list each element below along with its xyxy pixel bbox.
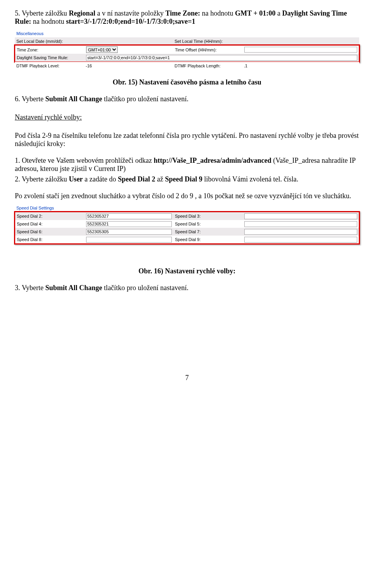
txt: na hodnotu — [200, 9, 235, 17]
sd-header: Speed Dial Settings — [15, 204, 359, 212]
misc-dtmf-level-value: -16 — [84, 62, 173, 70]
misc-timezone-select[interactable]: GMT+01:00 — [86, 46, 118, 53]
sd7-label: Speed Dial 7: — [173, 228, 243, 236]
step5-paragraph: 5. Vyberte záložku Regional a v ní nasta… — [15, 9, 359, 26]
speed-heading: Nastavení rychlé volby: — [15, 113, 359, 121]
sd9-label: Speed Dial 9: — [173, 236, 243, 243]
misc-highlight-box: Time Zone: GMT+01:00 Time Offset (HH/mm)… — [14, 44, 360, 63]
txt-bold: Time Zone: — [166, 9, 200, 17]
figure15-caption: Obr. 15) Nastavení časového pásma a letn… — [15, 78, 359, 86]
after-paragraph: Po zvolení stačí jen zvednout sluchátko … — [15, 192, 359, 200]
speed-step1: 1. Otevřete ve Vašem webovém prohlížeči … — [15, 157, 359, 173]
txt-bold: Speed Dial 9 — [165, 175, 203, 183]
txt: 1. Otevřete ve Vašem webovém prohlížeči … — [15, 157, 154, 164]
sd4-label: Speed Dial 4: — [15, 220, 85, 228]
txt: až — [155, 175, 165, 183]
sd5-input[interactable] — [244, 221, 357, 227]
sd2-input[interactable] — [86, 213, 172, 219]
screenshot-misc: Miscellaneous Set Local Date (mm/dd): Se… — [15, 30, 359, 70]
txt: 3. Vyberte — [15, 284, 45, 292]
txt: 5. Vyberte záložku — [15, 9, 69, 17]
screenshot-speeddial: Speed Dial Settings Speed Dial 2: Speed … — [15, 204, 359, 244]
sd3-label: Speed Dial 3: — [173, 212, 243, 220]
txt: na hodnotu — [31, 18, 66, 25]
figure16-caption: Obr. 16) Nastavení rychlé volby: — [15, 267, 359, 275]
misc-dtmf-length-label: DTMF Playback Length: — [173, 62, 242, 70]
txt: a zadáte do — [83, 175, 118, 183]
txt: libovolná Vámi zvolená tel. čísla. — [203, 175, 298, 183]
sd5-label: Speed Dial 5: — [173, 220, 243, 228]
txt-bold: User — [69, 175, 83, 183]
misc-set-time-label: Set Local Time (HH/mm): — [173, 37, 242, 45]
step6-paragraph: 6. Vyberte Submit All Change tlačítko pr… — [15, 95, 359, 103]
sd9-input[interactable] — [244, 237, 357, 243]
misc-dst-label: Daylight Saving Time Rule: — [15, 54, 85, 62]
page-number: 7 — [15, 374, 359, 382]
misc-timezone-label: Time Zone: — [15, 46, 85, 54]
txt: tlačítko pro uložení nastavení. — [102, 95, 188, 103]
txt-bold: http://Vaše_IP_adresa/admin/advanced — [154, 157, 272, 164]
speed-intro: Pod čísla 2-9 na číselníku telefonu lze … — [15, 132, 359, 148]
txt: 6. Vyberte — [15, 95, 45, 103]
sd7-input[interactable] — [244, 229, 357, 235]
step3-paragraph: 3. Vyberte Submit All Change tlačítko pr… — [15, 284, 359, 292]
misc-dst-input[interactable] — [86, 55, 357, 61]
misc-timeoffset-input[interactable] — [244, 47, 357, 53]
misc-set-time-value — [242, 37, 359, 45]
speed-step2: 2. Vyberte záložku User a zadáte do Spee… — [15, 175, 359, 183]
txt-bold: GMT + 01:00 — [235, 9, 275, 17]
sd6-input[interactable] — [86, 229, 172, 235]
txt-bold: Speed Dial 2 — [118, 175, 155, 183]
sd4-input[interactable] — [86, 221, 172, 227]
misc-set-date-value — [84, 37, 173, 45]
txt: tlačítko pro uložení nastavení. — [102, 284, 188, 292]
misc-dtmf-level-label: DTMF Playback Level: — [15, 62, 84, 70]
txt-bold: Submit All Change — [45, 95, 102, 103]
sd-highlight-box: Speed Dial 2: Speed Dial 3: Speed Dial 4… — [14, 211, 360, 245]
txt-bold: Submit All Change — [45, 284, 102, 292]
txt-underline: Nastavení rychlé volby: — [15, 113, 82, 121]
sd3-input[interactable] — [244, 213, 357, 219]
txt: 2. Vyberte záložku — [15, 175, 69, 183]
txt: a v ní nastavíte položky — [95, 9, 166, 17]
sd8-label: Speed Dial 8: — [15, 236, 85, 243]
misc-timeoffset-label: Time Offset (HH/mm): — [173, 46, 243, 54]
misc-dtmf-length-value: .1 — [242, 62, 359, 70]
sd2-label: Speed Dial 2: — [15, 212, 85, 220]
sd6-label: Speed Dial 6: — [15, 228, 85, 236]
misc-header: Miscellaneous — [15, 30, 359, 37]
txt: a — [275, 9, 282, 17]
sd8-input[interactable] — [86, 237, 172, 243]
txt-bold: Regional — [69, 9, 95, 17]
txt-bold: start=3/-1/7/2:0:0;end=10/-1/7/3:0:0;sav… — [66, 18, 196, 25]
misc-set-date-label: Set Local Date (mm/dd): — [15, 37, 84, 45]
